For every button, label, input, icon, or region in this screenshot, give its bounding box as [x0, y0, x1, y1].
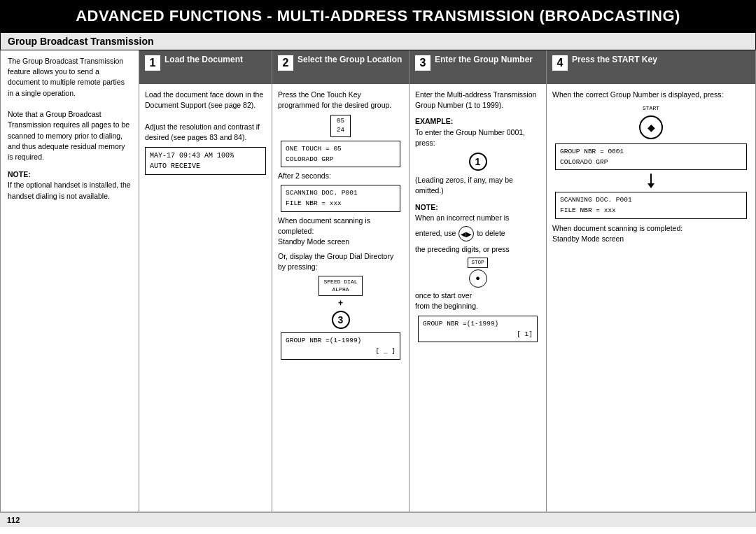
step-3-note-5: once to start over	[415, 290, 540, 301]
step-3-title: Enter the Group Number	[435, 55, 533, 66]
step-1-lcd-line1: MAY-17 09:43 AM 100%	[150, 150, 261, 161]
step-2-when-complete: When document scanning is completed:	[278, 216, 403, 237]
step-4-lcd1-line2: COLORADO GRP	[560, 157, 742, 167]
step-2-title: Select the Group Location	[298, 55, 402, 66]
step-4-when-complete: When document scanning is completed:	[552, 223, 750, 234]
plus-sign: +	[278, 297, 403, 309]
step-2-lcd2-line1: SCANNING DOC. P001	[286, 188, 396, 198]
start-circle-btn: ◆	[639, 115, 663, 139]
step-2-lcd2-line2: FILE NBR = xxx	[286, 198, 396, 209]
note-text: If the optional handset is installed, th…	[8, 180, 132, 201]
step-2-col: 2 Select the Group Location Press the On…	[272, 50, 410, 512]
step-2-group-nbr: GROUP NBR =(1-1999) [ _ ]	[281, 332, 400, 359]
step-4-lcd1-line1: GROUP NBR = 0001	[560, 146, 742, 157]
step-3-lcd: GROUP NBR =(1-1999) [ 1]	[418, 316, 538, 342]
step-4-lcd1: GROUP NBR = 0001 COLORADO GRP	[555, 143, 747, 170]
step-2-header: 2 Select the Group Location	[272, 50, 409, 84]
step-2-small-display: 05 24	[330, 115, 351, 136]
step-4-header: 4 Press the START Key	[547, 50, 755, 84]
speed-dial-icon: SPEED DIAL ALPHA	[318, 276, 362, 296]
steps-area: 1 Load the Document Load the document fa…	[139, 50, 755, 512]
step-2-lcd2: SCANNING DOC. P001 FILE NBR = xxx	[281, 185, 400, 211]
step-4-lcd2-line2: FILE NBR = xxx	[560, 205, 742, 216]
intro-text: The Group Broadcast Transmission feature…	[8, 56, 132, 99]
page-header: ADVANCED FUNCTIONS - MULTI-ADDRESS TRANS…	[0, 0, 756, 32]
step-3-lcd-line1: GROUP NBR =(1-1999)	[423, 318, 533, 329]
left-panel: The Group Broadcast Transmission feature…	[1, 50, 139, 512]
page: ADVANCED FUNCTIONS - MULTI-ADDRESS TRANS…	[0, 0, 756, 534]
step-1-number: 1	[145, 55, 160, 71]
step-1-title: Load the Document	[164, 55, 243, 66]
step-3-leading-zeros: (Leading zeros, if any, may be omitted.)	[415, 175, 540, 196]
step-1-para-1: Load the document face down in the Docum…	[145, 90, 266, 111]
page-number-bar: 112	[0, 512, 756, 527]
step-2-small-bottom: 24	[337, 126, 344, 135]
step-4-title: Press the START Key	[572, 55, 657, 66]
stop-btn-area: STOP ●	[415, 258, 540, 288]
step-1-lcd-line2: AUTO RECEIVE	[150, 161, 261, 171]
step-1-lcd: MAY-17 09:43 AM 100% AUTO RECEIVE	[145, 147, 266, 175]
header-title: ADVANCED FUNCTIONS - MULTI-ADDRESS TRANS…	[76, 7, 680, 24]
step-2-lcd1-line2: COLORADO GRP	[286, 154, 396, 164]
step-3-note-4: the preceding digits, or press	[415, 244, 540, 255]
section-title: Group Broadcast Transmission	[0, 32, 756, 50]
step-3-body-intro: Enter the Multi-address Transmission Gro…	[415, 90, 540, 111]
step-3-header: 3 Enter the Group Number	[410, 50, 546, 84]
step-3-lcd-line2: [ 1]	[423, 329, 533, 339]
step-2-standby: Standby Mode screen	[278, 237, 403, 247]
stop-circle-btn: ●	[469, 269, 487, 288]
extra-text: Note that a Group Broadcast Transmission…	[8, 109, 132, 162]
speed-dial-area: SPEED DIAL ALPHA + 3	[278, 276, 403, 330]
number-3-circle: 3	[332, 311, 350, 329]
step-1-body: Load the document face down in the Docum…	[139, 84, 272, 512]
arrow-down-icon	[552, 174, 750, 188]
nav-key-icon: ◀▶	[458, 226, 474, 241]
step-1-para-2: Adjust the resolution and contrast if de…	[145, 122, 266, 143]
step-2-group-nbr-line1: GROUP NBR =(1-1999)	[286, 335, 396, 346]
alpha-label: ALPHA	[332, 286, 349, 293]
note-label: NOTE:	[8, 169, 132, 180]
step-2-or-display: Or, display the Group Dial Directory by …	[278, 251, 403, 272]
step-3-note-6: from the beginning.	[415, 301, 540, 311]
step-4-lcd2-line1: SCANNING DOC. P001	[560, 195, 742, 205]
step-3-note-1: When an incorrect number is	[415, 213, 540, 223]
main-content: The Group Broadcast Transmission feature…	[0, 50, 756, 512]
step-2-lcd1-line1: ONE TOUCH = 05	[286, 143, 396, 154]
stop-label: STOP	[468, 258, 487, 268]
step-1-header: 1 Load the Document	[139, 50, 272, 84]
step-4-lcd2: SCANNING DOC. P001 FILE NBR = xxx	[555, 192, 747, 218]
step-3-note-nav: entered, use ◀▶ to delete	[415, 226, 540, 241]
step-4-col: 4 Press the START Key When the correct G…	[547, 50, 755, 512]
step-2-para-1: Press the One Touch Key programmed for t…	[278, 90, 403, 111]
step-2-lcd1: ONE TOUCH = 05 COLORADO GRP	[281, 141, 400, 167]
step-4-body-intro: When the correct Group Number is display…	[552, 90, 750, 100]
step-4-body: When the correct Group Number is display…	[547, 84, 755, 512]
step-3-body: Enter the Multi-address Transmission Gro…	[410, 84, 546, 512]
step-3-col: 3 Enter the Group Number Enter the Multi…	[410, 50, 547, 512]
step-1-col: 1 Load the Document Load the document fa…	[139, 50, 272, 512]
step-2-after-2sec: After 2 seconds:	[278, 171, 403, 181]
step-2-number: 2	[278, 55, 293, 71]
speed-dial-label: SPEED DIAL	[323, 279, 357, 285]
step-3-number: 3	[415, 55, 430, 71]
step-2-body: Press the One Touch Key programmed for t…	[272, 84, 409, 512]
start-btn-area: START ◆	[552, 104, 750, 139]
step-4-standby: Standby Mode screen	[552, 234, 750, 244]
step-3-note-2: entered, use	[415, 228, 456, 239]
page-number: 112	[7, 516, 20, 524]
step-2-group-nbr-cursor: [ _ ]	[286, 346, 396, 356]
number-1-circle: 1	[469, 153, 487, 171]
start-label: START	[552, 104, 750, 113]
step-3-note-3: to delete	[477, 228, 505, 239]
step-3-note-label: NOTE:	[415, 202, 540, 213]
step-2-small-top: 05	[337, 117, 344, 126]
step-3-example-text: To enter the Group Number 0001, press:	[415, 127, 540, 148]
step-4-number: 4	[552, 55, 568, 71]
step-3-example-label: EXAMPLE:	[415, 116, 540, 127]
